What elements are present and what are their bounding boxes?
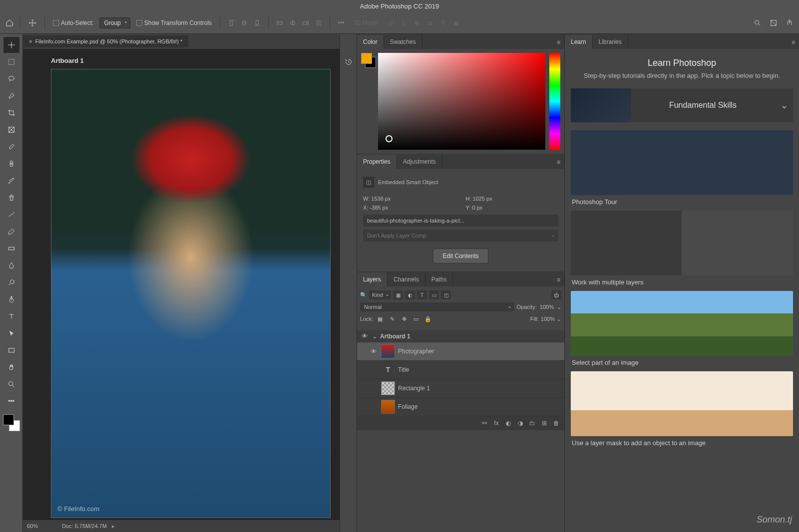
edit-contents-button[interactable]: Edit Contents bbox=[433, 249, 488, 264]
delete-layer-icon[interactable]: 🗑 bbox=[551, 418, 561, 428]
document-tab[interactable]: × FileInfo.com Example.psd @ 60% (Photog… bbox=[23, 35, 188, 47]
filter-adjust-icon[interactable]: ◐ bbox=[405, 290, 415, 299]
layer-item-title[interactable]: T Title bbox=[357, 361, 564, 379]
history-panel-icon[interactable] bbox=[343, 56, 355, 68]
frame-tool[interactable] bbox=[3, 122, 19, 138]
prop-height[interactable]: 1025 px bbox=[473, 196, 492, 202]
crop-tool[interactable] bbox=[3, 105, 19, 121]
tab-color[interactable]: Color bbox=[357, 35, 384, 49]
auto-select-checkbox[interactable]: Auto-Select: bbox=[50, 17, 96, 28]
layer-fx-icon[interactable]: fx bbox=[491, 418, 501, 428]
artboard-label[interactable]: Artboard 1 bbox=[51, 57, 84, 64]
auto-select-dropdown[interactable]: Group bbox=[99, 17, 130, 28]
learn-card[interactable]: Use a layer mask to add an object to an … bbox=[571, 371, 793, 447]
tab-channels[interactable]: Channels bbox=[388, 272, 425, 286]
group-icon[interactable]: 🗀 bbox=[527, 418, 537, 428]
link-layers-icon[interactable]: ⚯ bbox=[479, 418, 489, 428]
foreground-background-swatch[interactable] bbox=[3, 414, 20, 431]
prop-x[interactable]: -385 px bbox=[370, 205, 388, 211]
show-transform-checkbox[interactable]: Show Transform Controls bbox=[133, 17, 215, 28]
filter-toggle-icon[interactable]: ⏻ bbox=[551, 290, 561, 299]
filter-type-icon[interactable]: T bbox=[417, 290, 427, 299]
align-hcenter-icon[interactable] bbox=[287, 17, 299, 29]
tab-paths[interactable]: Paths bbox=[425, 272, 453, 286]
tab-layers[interactable]: Layers bbox=[357, 272, 388, 286]
learn-panel-menu-icon[interactable]: ≡ bbox=[788, 36, 799, 49]
layer-thumb[interactable] bbox=[381, 344, 395, 358]
marquee-tool[interactable] bbox=[3, 54, 19, 70]
layer-item-photographer[interactable]: 👁 Photographer bbox=[357, 342, 564, 361]
hand-tool[interactable] bbox=[3, 359, 19, 375]
clone-tool[interactable] bbox=[3, 190, 19, 206]
lock-transparent-icon[interactable]: ▦ bbox=[375, 314, 385, 323]
path-select-tool[interactable] bbox=[3, 325, 19, 341]
layer-thumb[interactable]: T bbox=[381, 363, 395, 377]
workspace-icon[interactable] bbox=[768, 17, 779, 28]
color-panel-menu-icon[interactable]: ≡ bbox=[553, 36, 564, 49]
zoom-value[interactable]: 60% bbox=[27, 523, 57, 529]
dodge-tool[interactable] bbox=[3, 274, 19, 290]
zoom-tool[interactable] bbox=[3, 376, 19, 392]
brush-tool[interactable] bbox=[3, 173, 19, 189]
edit-toolbar-icon[interactable]: ••• bbox=[3, 393, 19, 409]
tab-adjustments[interactable]: Adjustments bbox=[397, 155, 442, 169]
share-icon[interactable] bbox=[784, 17, 795, 28]
lock-all-icon[interactable]: 🔒 bbox=[423, 314, 433, 323]
rectangle-tool[interactable] bbox=[3, 342, 19, 358]
move-tool-icon[interactable] bbox=[25, 17, 39, 29]
align-left-icon[interactable] bbox=[274, 17, 286, 29]
filter-shape-icon[interactable]: ▭ bbox=[429, 290, 439, 299]
history-brush-tool[interactable] bbox=[3, 207, 19, 223]
prop-y[interactable]: 0 px bbox=[472, 205, 482, 211]
status-menu-icon[interactable]: ▸ bbox=[112, 523, 115, 530]
fill-value[interactable]: 100% bbox=[541, 316, 555, 322]
expand-icon[interactable]: ⌄ bbox=[372, 333, 377, 340]
layer-comp-dropdown[interactable]: Don't Apply Layer Comp bbox=[363, 230, 558, 242]
layer-thumb[interactable] bbox=[381, 400, 395, 414]
layer-mask-icon[interactable]: ◐ bbox=[503, 418, 513, 428]
canvas[interactable]: Artboard 1 © FileInfo.com bbox=[23, 49, 340, 520]
align-bottom-icon[interactable] bbox=[251, 17, 263, 29]
align-vcenter-icon[interactable] bbox=[238, 17, 250, 29]
layers-panel-menu-icon[interactable]: ≡ bbox=[553, 273, 564, 286]
eraser-tool[interactable] bbox=[3, 224, 19, 240]
distribute-icon[interactable] bbox=[313, 17, 325, 29]
quick-select-tool[interactable] bbox=[3, 88, 19, 104]
healing-tool[interactable] bbox=[3, 156, 19, 172]
align-top-icon[interactable] bbox=[225, 17, 237, 29]
visibility-icon[interactable]: 👁 bbox=[369, 348, 378, 355]
lock-image-icon[interactable]: ✎ bbox=[387, 314, 397, 323]
more-options-icon[interactable]: ••• bbox=[335, 17, 347, 29]
learn-card[interactable]: Photoshop Tour bbox=[571, 130, 793, 206]
eyedropper-tool[interactable] bbox=[3, 139, 19, 155]
properties-panel-menu-icon[interactable]: ≡ bbox=[553, 156, 564, 169]
adjustment-layer-icon[interactable]: ◑ bbox=[515, 418, 525, 428]
fundamental-skills-row[interactable]: Fundamental Skills ⌄ bbox=[571, 88, 793, 122]
color-swatch-pair[interactable] bbox=[361, 53, 374, 66]
filter-smart-icon[interactable]: ◫ bbox=[441, 290, 451, 299]
lock-position-icon[interactable]: ✥ bbox=[399, 314, 409, 323]
type-tool[interactable] bbox=[3, 308, 19, 324]
move-tool[interactable] bbox=[3, 37, 19, 53]
visibility-icon[interactable]: 👁 bbox=[360, 332, 369, 340]
blend-mode-dropdown[interactable]: Normal bbox=[360, 302, 514, 311]
align-right-icon[interactable] bbox=[300, 17, 312, 29]
gradient-tool[interactable] bbox=[3, 241, 19, 257]
learn-card[interactable]: Select part of an image bbox=[571, 291, 793, 366]
layer-item-rectangle[interactable]: Rectangle 1 bbox=[357, 379, 564, 398]
layer-item-foliage[interactable]: Foliage bbox=[357, 398, 564, 416]
hue-slider[interactable] bbox=[549, 53, 560, 150]
layer-item-artboard[interactable]: 👁 ⌄ Artboard 1 bbox=[357, 330, 564, 342]
search-icon[interactable] bbox=[752, 17, 763, 28]
tab-swatches[interactable]: Swatches bbox=[384, 35, 422, 49]
tab-learn[interactable]: Learn bbox=[565, 35, 593, 49]
opacity-value[interactable]: 100% bbox=[540, 304, 554, 310]
layer-thumb[interactable] bbox=[381, 381, 395, 395]
doc-size[interactable]: Doc: 6.75M/24.7M bbox=[62, 523, 107, 529]
learn-card[interactable]: Work with multiple layers bbox=[571, 211, 793, 286]
lasso-tool[interactable] bbox=[3, 71, 19, 87]
pen-tool[interactable] bbox=[3, 291, 19, 307]
lock-artboard-icon[interactable]: ▭ bbox=[411, 314, 421, 323]
layer-filter-dropdown[interactable]: Kind bbox=[369, 290, 391, 299]
blur-tool[interactable] bbox=[3, 258, 19, 273]
